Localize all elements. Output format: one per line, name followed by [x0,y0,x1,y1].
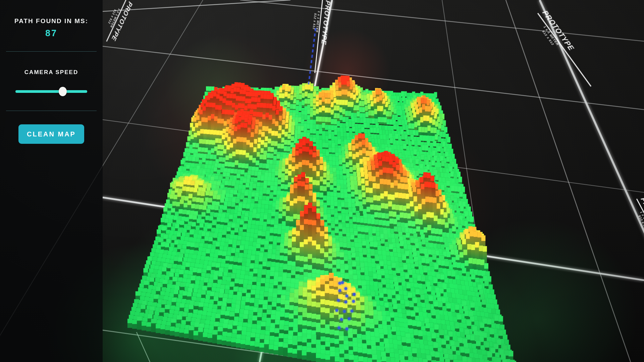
camera-speed-slider[interactable] [15,86,87,97]
panel-divider [6,111,97,111]
path-time-label: PATH FOUND IN MS: [0,17,103,25]
panel-divider [6,51,97,52]
slider-track[interactable] [15,90,87,93]
path-time-value: 87 [0,28,103,39]
clean-map-button[interactable]: CLEAN MAP [18,124,84,144]
control-panel: PATH FOUND IN MS: 87 CAMERA SPEED CLEAN … [0,0,103,362]
camera-speed-label: CAMERA SPEED [0,69,103,76]
app-viewport: PROTOTYPE1 x 1 METER512 x 512PROTOTYPE1 … [0,0,644,362]
slider-thumb[interactable] [59,87,67,96]
